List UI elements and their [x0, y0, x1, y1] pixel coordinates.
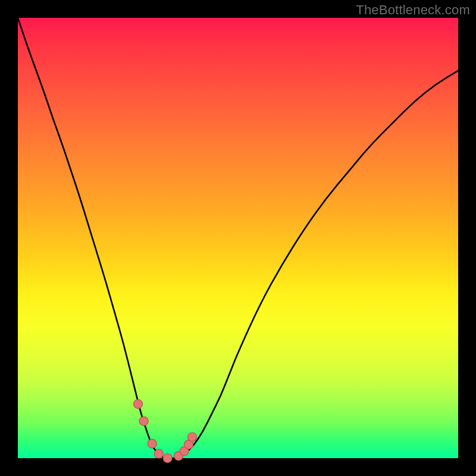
- bottleneck-curve: [18, 18, 458, 458]
- data-marker: [154, 449, 163, 458]
- data-marker: [134, 399, 143, 408]
- chart-container: TheBottleneck.com: [0, 0, 476, 476]
- marker-group: [134, 399, 197, 462]
- data-marker: [148, 439, 156, 448]
- data-marker: [163, 454, 172, 463]
- curve-svg: [18, 18, 458, 458]
- data-marker: [139, 416, 148, 425]
- watermark-text: TheBottleneck.com: [356, 2, 470, 18]
- data-marker: [188, 433, 197, 441]
- plot-area: [18, 18, 458, 458]
